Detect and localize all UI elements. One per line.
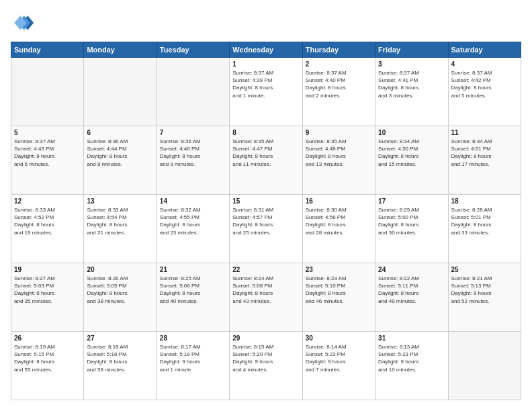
day-number: 3 — [378, 60, 445, 68]
day-number: 4 — [451, 60, 518, 68]
day-info: Sunrise: 8:13 AM Sunset: 5:23 PM Dayligh… — [378, 343, 445, 373]
day-number: 30 — [306, 334, 372, 342]
day-number: 11 — [451, 129, 518, 136]
calendar-week-4: 19Sunrise: 8:27 AM Sunset: 5:03 PM Dayli… — [11, 263, 521, 332]
logo-icon — [11, 11, 35, 35]
day-number: 1 — [232, 60, 299, 68]
calendar-cell: 23Sunrise: 8:23 AM Sunset: 5:10 PM Dayli… — [302, 263, 375, 332]
day-number: 12 — [14, 197, 81, 205]
calendar-cell: 10Sunrise: 8:34 AM Sunset: 4:50 PM Dayli… — [375, 126, 448, 195]
day-number: 13 — [87, 197, 153, 205]
day-info: Sunrise: 8:24 AM Sunset: 5:08 PM Dayligh… — [232, 275, 299, 305]
day-number: 5 — [14, 129, 81, 136]
day-number: 22 — [232, 266, 299, 273]
day-number: 7 — [160, 129, 226, 136]
day-info: Sunrise: 8:15 AM Sunset: 5:20 PM Dayligh… — [232, 343, 299, 373]
day-number: 19 — [14, 266, 81, 273]
calendar-cell: 22Sunrise: 8:24 AM Sunset: 5:08 PM Dayli… — [230, 263, 302, 332]
day-info: Sunrise: 8:27 AM Sunset: 5:03 PM Dayligh… — [14, 275, 81, 305]
calendar-cell: 17Sunrise: 8:29 AM Sunset: 5:00 PM Dayli… — [375, 195, 448, 263]
day-info: Sunrise: 8:34 AM Sunset: 4:50 PM Dayligh… — [378, 138, 445, 168]
calendar-cell: 11Sunrise: 8:34 AM Sunset: 4:51 PM Dayli… — [448, 126, 521, 195]
day-info: Sunrise: 8:25 AM Sunset: 5:06 PM Dayligh… — [160, 275, 226, 305]
day-number: 23 — [306, 266, 372, 273]
calendar-cell: 25Sunrise: 8:21 AM Sunset: 5:13 PM Dayli… — [448, 263, 521, 332]
calendar-cell: 21Sunrise: 8:25 AM Sunset: 5:06 PM Dayli… — [157, 263, 229, 332]
weekday-header-tuesday: Tuesday — [157, 42, 229, 58]
calendar-cell — [157, 58, 229, 126]
day-info: Sunrise: 8:26 AM Sunset: 5:05 PM Dayligh… — [87, 275, 153, 305]
day-number: 18 — [451, 197, 518, 205]
day-info: Sunrise: 8:14 AM Sunset: 5:22 PM Dayligh… — [306, 343, 372, 373]
calendar-cell — [448, 332, 521, 400]
header — [11, 11, 521, 35]
calendar-cell: 31Sunrise: 8:13 AM Sunset: 5:23 PM Dayli… — [375, 332, 448, 400]
day-number: 9 — [306, 129, 372, 136]
day-info: Sunrise: 8:29 AM Sunset: 5:00 PM Dayligh… — [378, 206, 445, 236]
weekday-header-wednesday: Wednesday — [230, 42, 302, 58]
calendar-cell: 8Sunrise: 8:35 AM Sunset: 4:47 PM Daylig… — [230, 126, 302, 195]
calendar-cell: 5Sunrise: 8:37 AM Sunset: 4:43 PM Daylig… — [11, 126, 84, 195]
calendar-cell: 20Sunrise: 8:26 AM Sunset: 5:05 PM Dayli… — [84, 263, 157, 332]
day-info: Sunrise: 8:21 AM Sunset: 5:13 PM Dayligh… — [451, 275, 518, 305]
calendar-week-1: 1Sunrise: 8:37 AM Sunset: 4:39 PM Daylig… — [11, 58, 521, 126]
calendar-cell: 24Sunrise: 8:22 AM Sunset: 5:11 PM Dayli… — [375, 263, 448, 332]
day-info: Sunrise: 8:17 AM Sunset: 5:18 PM Dayligh… — [160, 343, 226, 373]
weekday-header-saturday: Saturday — [448, 42, 521, 58]
day-info: Sunrise: 8:35 AM Sunset: 4:48 PM Dayligh… — [306, 138, 372, 168]
day-info: Sunrise: 8:18 AM Sunset: 5:16 PM Dayligh… — [87, 343, 153, 373]
day-info: Sunrise: 8:32 AM Sunset: 4:55 PM Dayligh… — [160, 206, 226, 236]
day-number: 25 — [451, 266, 518, 273]
calendar-cell: 16Sunrise: 8:30 AM Sunset: 4:58 PM Dayli… — [302, 195, 375, 263]
day-number: 26 — [14, 334, 81, 342]
day-info: Sunrise: 8:37 AM Sunset: 4:40 PM Dayligh… — [306, 69, 372, 99]
calendar-week-2: 5Sunrise: 8:37 AM Sunset: 4:43 PM Daylig… — [11, 126, 521, 195]
calendar-cell: 6Sunrise: 8:36 AM Sunset: 4:44 PM Daylig… — [84, 126, 157, 195]
day-info: Sunrise: 8:36 AM Sunset: 4:46 PM Dayligh… — [160, 138, 226, 168]
weekday-header-monday: Monday — [84, 42, 157, 58]
calendar-cell: 2Sunrise: 8:37 AM Sunset: 4:40 PM Daylig… — [302, 58, 375, 126]
calendar-cell: 27Sunrise: 8:18 AM Sunset: 5:16 PM Dayli… — [84, 332, 157, 400]
day-number: 17 — [378, 197, 445, 205]
day-info: Sunrise: 8:37 AM Sunset: 4:43 PM Dayligh… — [14, 138, 81, 168]
calendar-cell: 14Sunrise: 8:32 AM Sunset: 4:55 PM Dayli… — [157, 195, 229, 263]
day-info: Sunrise: 8:33 AM Sunset: 4:52 PM Dayligh… — [14, 206, 81, 236]
calendar-cell: 18Sunrise: 8:28 AM Sunset: 5:01 PM Dayli… — [448, 195, 521, 263]
calendar-week-3: 12Sunrise: 8:33 AM Sunset: 4:52 PM Dayli… — [11, 195, 521, 263]
calendar-cell: 15Sunrise: 8:31 AM Sunset: 4:57 PM Dayli… — [230, 195, 302, 263]
weekday-header-sunday: Sunday — [11, 42, 84, 58]
day-info: Sunrise: 8:34 AM Sunset: 4:51 PM Dayligh… — [451, 138, 518, 168]
calendar-week-5: 26Sunrise: 8:19 AM Sunset: 5:15 PM Dayli… — [11, 332, 521, 400]
day-number: 28 — [160, 334, 226, 342]
day-number: 10 — [378, 129, 445, 136]
weekday-header-friday: Friday — [375, 42, 448, 58]
calendar-cell — [11, 58, 84, 126]
day-info: Sunrise: 8:33 AM Sunset: 4:54 PM Dayligh… — [87, 206, 153, 236]
day-info: Sunrise: 8:23 AM Sunset: 5:10 PM Dayligh… — [306, 275, 372, 305]
day-number: 20 — [87, 266, 153, 273]
day-number: 14 — [160, 197, 226, 205]
calendar-cell: 3Sunrise: 8:37 AM Sunset: 4:41 PM Daylig… — [375, 58, 448, 126]
day-info: Sunrise: 8:22 AM Sunset: 5:11 PM Dayligh… — [378, 275, 445, 305]
day-number: 29 — [232, 334, 299, 342]
day-number: 21 — [160, 266, 226, 273]
calendar-cell: 13Sunrise: 8:33 AM Sunset: 4:54 PM Dayli… — [84, 195, 157, 263]
calendar-cell: 30Sunrise: 8:14 AM Sunset: 5:22 PM Dayli… — [302, 332, 375, 400]
weekday-header-row: SundayMondayTuesdayWednesdayThursdayFrid… — [11, 42, 521, 58]
day-number: 31 — [378, 334, 445, 342]
day-number: 27 — [87, 334, 153, 342]
calendar-cell: 7Sunrise: 8:36 AM Sunset: 4:46 PM Daylig… — [157, 126, 229, 195]
day-number: 8 — [232, 129, 299, 136]
day-number: 24 — [378, 266, 445, 273]
calendar-table: SundayMondayTuesdayWednesdayThursdayFrid… — [11, 42, 521, 400]
day-number: 15 — [232, 197, 299, 205]
calendar-cell: 1Sunrise: 8:37 AM Sunset: 4:39 PM Daylig… — [230, 58, 302, 126]
calendar-cell: 26Sunrise: 8:19 AM Sunset: 5:15 PM Dayli… — [11, 332, 84, 400]
day-info: Sunrise: 8:30 AM Sunset: 4:58 PM Dayligh… — [306, 206, 372, 236]
day-info: Sunrise: 8:35 AM Sunset: 4:47 PM Dayligh… — [232, 138, 299, 168]
day-info: Sunrise: 8:36 AM Sunset: 4:44 PM Dayligh… — [87, 138, 153, 168]
calendar-cell: 19Sunrise: 8:27 AM Sunset: 5:03 PM Dayli… — [11, 263, 84, 332]
weekday-header-thursday: Thursday — [302, 42, 375, 58]
day-number: 16 — [306, 197, 372, 205]
day-number: 2 — [306, 60, 372, 68]
